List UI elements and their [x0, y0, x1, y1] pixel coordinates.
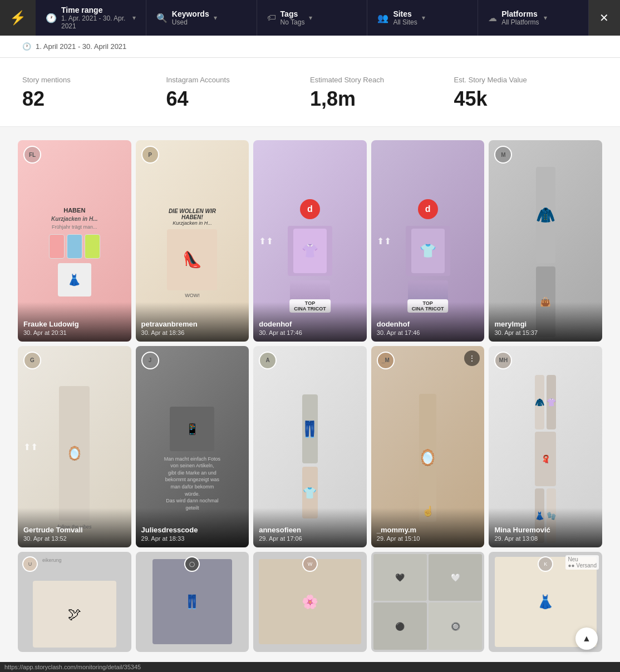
filter-keywords-content: Keywords Used: [172, 9, 209, 26]
avatar-petra: P: [141, 146, 159, 164]
gallery-card-mommy[interactable]: 🪞 ☝ _M ⋮ _mommy.m 29. Apr at 15:10: [371, 346, 485, 547]
partial-card-3[interactable]: 🌸 W: [253, 552, 367, 652]
gallery-card-frauke[interactable]: HABEN Kurzjacken in H... Frühjahr trägt …: [18, 140, 131, 342]
gallery-card-dodenhof-2[interactable]: d 👕 TOPCINA TRICOT ⬆⬆ dodenhof 30. Apr a…: [371, 140, 485, 342]
card-username-gertrude: Gertrude Tomvall: [23, 526, 126, 534]
gallery-card-merylmgi[interactable]: 🧥 👜 M merylmgi 30. Apr at 15:37: [489, 140, 602, 342]
card-overlay-6: Gertrude Tomvall 30. Apr at 13:52: [18, 508, 131, 547]
stats-row: Story mentions 82 Instagram Accounts 64 …: [0, 58, 620, 127]
filter-platforms-content: Platforms All Platforms: [501, 9, 539, 26]
stat-media-value: Est. Story Media Value 45k: [454, 76, 598, 111]
gallery-card-gertrude[interactable]: 🪞 follow the vibes G ⬆⬆ Gertrude Tomvall…: [18, 346, 131, 547]
avatar-julies: J: [141, 352, 159, 369]
filter-sites-label: Sites: [393, 9, 417, 18]
card-overlay-4: dodenhof 30. Apr at 17:46: [371, 302, 485, 342]
card-username-merylmgi: merylmgi: [494, 320, 597, 328]
gallery-card-annesofieen[interactable]: 👖 👕 A annesofieen 29. Apr at 17:06: [253, 346, 367, 547]
dodenhof-icon-2: d: [418, 199, 438, 219]
gallery-section: HABEN Kurzjacken in H... Frühjahr trägt …: [0, 127, 620, 665]
stat-story-reach-label: Estimated Story Reach: [310, 76, 441, 84]
card-overlay-2: petravanbremen 30. Apr at 18:36: [136, 302, 249, 342]
users-icon: 👥: [377, 13, 388, 23]
card-date-dodenhof2: 30. Apr at 17:46: [377, 329, 479, 336]
filter-tags-label: Tags: [281, 9, 305, 18]
avatar-gertrude: G: [23, 352, 41, 369]
card-username-julies: Juliesdresscode: [141, 526, 244, 534]
stat-story-reach-value: 1,8m: [310, 87, 441, 111]
chevron-down-icon: ▾: [132, 14, 136, 22]
gallery-card-petra[interactable]: DIE WOLLEN WIRHABEN! Kurzjacken in H... …: [136, 140, 249, 342]
status-url: https://app.storyclash.com/monitoring/de…: [4, 664, 141, 670]
avatar-frauke: FL: [23, 146, 41, 164]
gallery-card-mina[interactable]: 🧥 👚 🧣 👗 🧤 MH Mina Huremović 29. Apr at 1…: [489, 346, 602, 547]
card-date-julies: 29. Apr at 18:33: [141, 535, 244, 542]
filter-sites-content: Sites All Sites: [393, 9, 417, 26]
gallery-row-partial: U eikerung 🕊 👖 ◯ 🌸 W 🖤 🤍: [18, 552, 602, 652]
card-overlay-3: dodenhof 30. Apr at 17:46: [253, 302, 367, 342]
card-overlay-1: Frauke Ludowig 30. Apr at 20:31: [18, 302, 131, 342]
date-clock-icon: 🕐: [22, 42, 31, 51]
filter-tags-value: No Tags: [281, 18, 305, 26]
card-menu-area-mommy: ⋮: [464, 350, 480, 366]
stat-instagram-accounts-label: Instagram Accounts: [166, 76, 297, 84]
close-icon: ✕: [599, 11, 609, 24]
avatar-mommy: _M: [377, 352, 395, 369]
stat-story-reach: Estimated Story Reach 1,8m: [310, 76, 454, 111]
card-overlay-9: _mommy.m 29. Apr at 15:10: [371, 508, 485, 547]
card-username-frauke: Frauke Ludowig: [23, 320, 126, 328]
filter-sites-value: All Sites: [393, 18, 417, 26]
stat-story-mentions-value: 82: [22, 87, 153, 111]
scroll-to-top-button[interactable]: ▲: [575, 627, 598, 650]
stat-media-value-label: Est. Story Media Value: [454, 76, 585, 84]
chevron-down-icon-5: ▾: [544, 14, 547, 22]
filter-bar: ⚡ 🕐 Time range 1. Apr. 2021 - 30. Apr. 2…: [0, 0, 620, 36]
card-date-mina: 29. Apr at 13:08: [494, 535, 597, 542]
stat-instagram-accounts-value: 64: [166, 87, 297, 111]
card-menu-button-mommy[interactable]: ⋮: [464, 350, 480, 366]
filter-keywords-label: Keywords: [172, 9, 209, 18]
filter-time-range[interactable]: 🕐 Time range 1. Apr. 2021 - 30. Apr. 202…: [36, 0, 146, 36]
card-overlay-8: annesofieen 29. Apr at 17:06: [253, 508, 367, 547]
card-date-merylmgi: 30. Apr at 15:37: [494, 329, 597, 336]
search-icon: 🔍: [156, 13, 168, 23]
gallery-card-dodenhof-1[interactable]: d 👚 TOPCINA TRICOT ⬆⬆ dodenhof 30. Apr a…: [253, 140, 367, 342]
dodenhof-icon-1: d: [300, 199, 320, 219]
logo-icon: ⚡: [9, 10, 26, 26]
app-logo: ⚡: [0, 0, 36, 36]
card-date-mommy: 29. Apr at 15:10: [377, 535, 479, 542]
close-button[interactable]: ✕: [589, 0, 620, 36]
filter-keywords[interactable]: 🔍 Keywords Used ▾: [146, 0, 257, 36]
date-subtitle-text: 1. April 2021 - 30. April 2021: [36, 42, 126, 51]
stat-story-mentions: Story mentions 82: [22, 76, 166, 111]
partial-card-4[interactable]: 🖤 🤍 ⚫ 🔘: [371, 552, 485, 652]
card-overlay-10: Mina Huremović 29. Apr at 13:08: [489, 508, 602, 547]
date-subtitle-bar: 🕐 1. April 2021 - 30. April 2021: [0, 36, 620, 58]
gallery-row-2: 🪞 follow the vibes G ⬆⬆ Gertrude Tomvall…: [18, 346, 602, 547]
chevron-down-icon-3: ▾: [309, 14, 312, 22]
card-date-gertrude: 30. Apr at 13:52: [23, 535, 126, 542]
partial-card-1[interactable]: U eikerung 🕊: [18, 552, 131, 652]
filter-platforms-label: Platforms: [501, 9, 539, 18]
avatar-annesofieen: A: [259, 352, 277, 369]
tag-icon: 🏷: [267, 13, 276, 23]
chevron-down-icon-4: ▾: [422, 14, 425, 22]
card-date-petra: 30. Apr at 18:36: [141, 329, 244, 336]
chevron-down-icon-2: ▾: [214, 14, 217, 22]
card-username-mina: Mina Huremović: [494, 526, 597, 534]
stat-story-mentions-label: Story mentions: [22, 76, 153, 84]
filter-tags[interactable]: 🏷 Tags No Tags ▾: [257, 0, 368, 36]
card-date-dodenhof1: 30. Apr at 17:46: [259, 329, 361, 336]
gallery-row-1: HABEN Kurzjacken in H... Frühjahr trägt …: [18, 140, 602, 342]
filter-sites[interactable]: 👥 Sites All Sites ▾: [367, 0, 478, 36]
card-date-annesofieen: 29. Apr at 17:06: [259, 535, 361, 542]
card-overlay-7: Juliesdresscode 29. Apr at 18:33: [136, 508, 249, 547]
gallery-card-julies[interactable]: 📱 Man macht einfach Fotosvon seinen Arti…: [136, 346, 249, 547]
card-overlay-5: merylmgi 30. Apr at 15:37: [489, 302, 602, 342]
card-username-dodenhof2: dodenhof: [377, 320, 479, 328]
filter-time-label: Time range: [61, 6, 128, 14]
scroll-top-icon: ▲: [582, 634, 591, 644]
filter-platforms[interactable]: ☁ Platforms All Platforms ▾: [478, 0, 589, 36]
filter-platforms-value: All Platforms: [501, 18, 539, 26]
filter-time-content: Time range 1. Apr. 2021 - 30. Apr. 2021: [61, 6, 128, 30]
partial-card-2[interactable]: 👖 ◯: [136, 552, 249, 652]
